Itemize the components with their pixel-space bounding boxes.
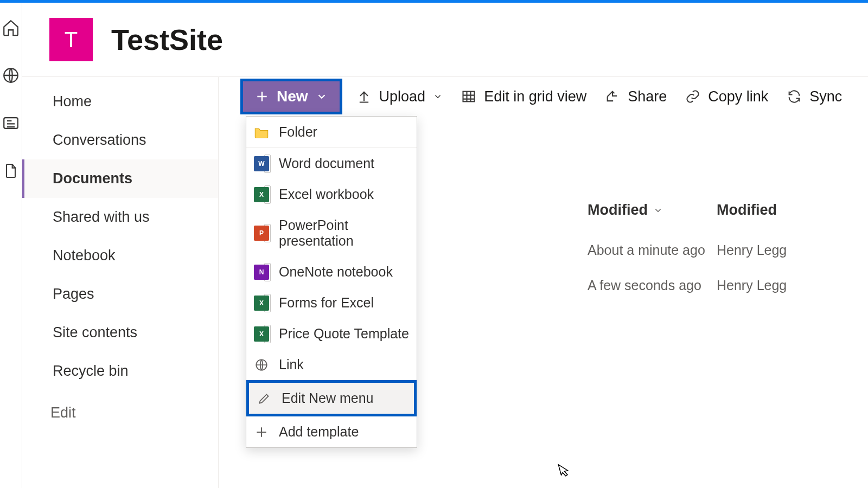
rail-home-icon[interactable]: [0, 17, 22, 38]
grid-view-button[interactable]: Edit in grid view: [457, 85, 591, 108]
upload-icon: [356, 89, 372, 104]
new-menu-excel-label: Excel workbook: [279, 187, 374, 202]
new-menu-dropdown: Folder W Word document X Excel workbook …: [246, 116, 417, 448]
upload-button[interactable]: Upload: [352, 85, 448, 108]
app-root: T TestSite Home Conversations Documents …: [0, 3, 868, 488]
table-header: Modified Modified: [588, 202, 868, 233]
onenote-icon: N: [254, 265, 269, 280]
new-menu-price-quote[interactable]: X Price Quote Template: [246, 318, 417, 349]
new-menu-quote-label: Price Quote Template: [279, 326, 409, 342]
site-header: T TestSite: [22, 3, 868, 76]
rail-globe-icon[interactable]: [0, 65, 22, 86]
site-logo[interactable]: T: [49, 18, 93, 61]
nav-edit-link[interactable]: Edit: [22, 395, 218, 431]
site-title: TestSite: [111, 23, 223, 56]
new-button[interactable]: New: [243, 81, 340, 112]
pencil-icon: [257, 391, 272, 406]
column-modified-label: Modified: [588, 202, 648, 219]
main-area: T TestSite Home Conversations Documents …: [22, 3, 868, 488]
excel-icon: X: [254, 187, 269, 202]
plus-icon: [255, 89, 269, 104]
column-modified[interactable]: Modified: [588, 202, 717, 219]
new-menu-edit-menu[interactable]: Edit New menu: [246, 380, 417, 416]
copy-link-label: Copy link: [708, 88, 768, 105]
new-menu-forms-label: Forms for Excel: [279, 295, 374, 311]
new-button-highlight: New: [240, 79, 342, 114]
new-menu-add-template[interactable]: Add template: [246, 416, 417, 447]
document-table: Modified Modified About a minute ago Hen…: [588, 202, 868, 303]
new-menu-link-label: Link: [279, 357, 304, 373]
nav-item-documents[interactable]: Documents: [22, 159, 218, 198]
share-button[interactable]: Share: [601, 85, 671, 108]
chevron-down-icon: [316, 91, 328, 102]
plus-icon: [254, 425, 269, 440]
body-split: Home Conversations Documents Shared with…: [22, 76, 868, 488]
rail-news-icon[interactable]: [0, 112, 22, 134]
share-label: Share: [628, 88, 667, 105]
sync-label: Sync: [809, 88, 842, 105]
nav-item-notebook[interactable]: Notebook: [22, 236, 218, 275]
grid-label: Edit in grid view: [484, 88, 586, 105]
new-menu-folder-label: Folder: [279, 124, 317, 140]
upload-label: Upload: [379, 88, 426, 105]
new-menu-onenote-label: OneNote notebook: [279, 264, 393, 280]
globe-link-icon: [254, 357, 269, 373]
new-menu-edit-label: Edit New menu: [282, 390, 374, 406]
sync-icon: [787, 89, 802, 104]
command-bar: New Upload Edit in grid view: [219, 77, 868, 116]
content-area: New Upload Edit in grid view: [219, 77, 868, 488]
table-row[interactable]: About a minute ago Henry Legg: [588, 233, 868, 268]
new-menu-powerpoint[interactable]: P PowerPoint presentation: [246, 210, 417, 256]
nav-item-conversations[interactable]: Conversations: [22, 121, 218, 159]
table-row[interactable]: A few seconds ago Henry Legg: [588, 268, 868, 303]
new-menu-add-template-label: Add template: [279, 424, 359, 440]
new-button-label: New: [277, 88, 308, 105]
nav-item-pages[interactable]: Pages: [22, 275, 218, 313]
word-icon: W: [254, 156, 269, 171]
cell-modified: About a minute ago: [588, 242, 717, 258]
new-menu-folder[interactable]: Folder: [246, 117, 417, 147]
forms-icon: X: [254, 296, 269, 311]
cursor-pointer-icon: [555, 462, 571, 484]
sync-button[interactable]: Sync: [782, 85, 846, 108]
grid-icon: [461, 89, 476, 104]
new-menu-word[interactable]: W Word document: [246, 148, 417, 179]
nav-item-site-contents[interactable]: Site contents: [22, 313, 218, 352]
chevron-down-icon: [433, 92, 443, 101]
nav-item-home[interactable]: Home: [22, 82, 218, 121]
new-menu-word-label: Word document: [279, 156, 374, 171]
column-modified-by[interactable]: Modified: [717, 202, 868, 219]
chevron-down-icon: [653, 206, 663, 215]
excel-template-icon: X: [254, 326, 269, 342]
folder-icon: [254, 125, 269, 140]
svg-rect-2: [463, 92, 475, 102]
share-icon: [605, 89, 620, 104]
cell-modified-by: Henry Legg: [717, 278, 868, 293]
cell-modified: A few seconds ago: [588, 278, 717, 293]
nav-item-recycle-bin[interactable]: Recycle bin: [22, 352, 218, 390]
copy-link-button[interactable]: Copy link: [681, 85, 773, 108]
rail-file-icon[interactable]: [0, 160, 22, 182]
cell-modified-by: Henry Legg: [717, 242, 868, 258]
new-menu-link[interactable]: Link: [246, 349, 417, 380]
nav-item-shared[interactable]: Shared with us: [22, 198, 218, 236]
new-menu-onenote[interactable]: N OneNote notebook: [246, 256, 417, 287]
new-menu-excel[interactable]: X Excel workbook: [246, 179, 417, 210]
link-icon: [685, 89, 700, 104]
new-menu-forms[interactable]: X Forms for Excel: [246, 287, 417, 318]
side-nav: Home Conversations Documents Shared with…: [22, 77, 219, 488]
powerpoint-icon: P: [254, 226, 269, 241]
app-rail: [0, 3, 22, 488]
new-menu-ppt-label: PowerPoint presentation: [279, 217, 409, 249]
